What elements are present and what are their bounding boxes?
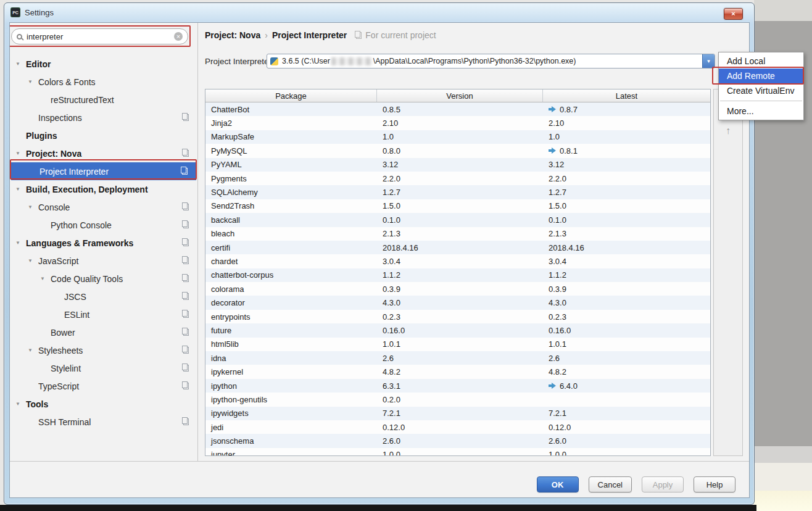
search-icon [17, 34, 22, 39]
sidebar-item-typescript[interactable]: TypeScript [10, 377, 197, 395]
latest-version-text: 1.5.0 [549, 201, 566, 210]
help-button[interactable]: Help [694, 476, 735, 492]
package-row-pygments[interactable]: Pygments 2.2.0 2.2.0 [205, 172, 710, 185]
sidebar-item-plugins[interactable]: Plugins [10, 127, 197, 144]
package-row-colorama[interactable]: colorama 0.3.9 0.3.9 [205, 282, 710, 296]
package-row-sqlalchemy[interactable]: SQLAlchemy 1.2.7 1.2.7 [205, 185, 710, 199]
menu-item-more[interactable]: More... [719, 104, 803, 118]
interpreter-dropdown-button[interactable]: ▼ [702, 54, 715, 68]
package-row-jsonschema[interactable]: jsonschema 2.6.0 2.6.0 [205, 434, 710, 447]
package-version-cell: 0.16.0 [377, 323, 543, 337]
tree-collapse-icon[interactable]: ▼ [15, 61, 20, 67]
tree-collapse-icon[interactable]: ▼ [28, 204, 33, 210]
tree-collapse-icon[interactable]: ▼ [15, 151, 20, 156]
menu-item-add-remote[interactable]: Add Remote [719, 69, 803, 83]
apply-button[interactable]: Apply [642, 476, 684, 492]
package-row-ipywidgets[interactable]: ipywidgets 7.2.1 7.2.1 [205, 407, 710, 420]
package-row-jedi[interactable]: jedi 0.12.0 0.12.0 [205, 420, 710, 434]
sidebar-item-console[interactable]: ▼ Console [10, 198, 197, 216]
sidebar-item-languages-frameworks[interactable]: ▼ Languages & Frameworks [10, 234, 197, 252]
package-row-chardet[interactable]: chardet 3.0.4 3.0.4 [205, 254, 710, 268]
package-row-certifi[interactable]: certifi 2018.4.16 2018.4.16 [205, 241, 710, 254]
package-row-pyyaml[interactable]: PyYAML 3.12 3.12 [205, 158, 710, 172]
sidebar-item-javascript[interactable]: ▼ JavaScript [10, 252, 197, 270]
package-table-body[interactable]: ChatterBot 0.8.5 0.8.7 Jinja2 2.10 2.10 … [205, 102, 710, 456]
column-header-latest[interactable]: Latest [543, 89, 710, 102]
sidebar-item-bower[interactable]: Bower [10, 323, 197, 341]
package-row-decorator[interactable]: decorator 4.3.0 4.3.0 [205, 296, 710, 309]
interpreter-combobox[interactable]: 3.6.5 (C:\User \AppData\Local\Programs\P… [267, 54, 715, 69]
close-button[interactable]: × [724, 8, 743, 20]
breadcrumb-page[interactable]: Project Interpreter [272, 30, 347, 40]
latest-version-text: 2018.4.16 [549, 243, 584, 252]
sidebar-item-inspections[interactable]: Inspections [10, 109, 197, 127]
breadcrumb: Project: Nova › Project Interpreter For … [205, 30, 436, 40]
tree-collapse-icon[interactable]: ▼ [15, 240, 20, 246]
sidebar-item-build-execution-deployment[interactable]: ▼ Build, Execution, Deployment [10, 180, 197, 198]
menu-item-create-virtualenv[interactable]: Create VirtualEnv [719, 83, 803, 98]
package-row-idna[interactable]: idna 2.6 2.6 [205, 351, 710, 365]
package-row-ipython[interactable]: ipython 6.3.1 6.4.0 [205, 379, 710, 393]
package-latest-cell: 1.0.0 [543, 448, 710, 456]
package-row-future[interactable]: future 0.16.0 0.16.0 [205, 323, 710, 337]
page-copy-icon [183, 347, 189, 354]
sidebar-item-jscs[interactable]: JSCS [10, 288, 197, 305]
sidebar-item-stylesheets[interactable]: ▼ Stylesheets [10, 341, 197, 359]
column-header-package[interactable]: Package [205, 89, 377, 102]
package-toolbar: ↑ [713, 89, 743, 456]
package-row-html5lib[interactable]: html5lib 1.0.1 1.0.1 [205, 338, 710, 351]
clear-search-button[interactable]: × [174, 32, 183, 41]
package-row-ipykernel[interactable]: ipykernel 4.8.2 4.8.2 [205, 365, 710, 378]
cancel-button[interactable]: Cancel [589, 476, 632, 492]
sidebar-item-project-interpreter[interactable]: Project Interpreter [11, 162, 196, 180]
sidebar-item-eslint[interactable]: ESLint [10, 305, 197, 323]
package-latest-cell: 0.8.7 [543, 102, 710, 116]
tree-collapse-icon[interactable]: ▼ [15, 186, 20, 192]
tree-collapse-icon[interactable]: ▼ [28, 347, 33, 353]
sidebar-item-ssh-terminal[interactable]: SSH Terminal [10, 413, 197, 431]
package-version-cell: 0.8.0 [377, 144, 543, 157]
search-input[interactable]: interpreter × [11, 28, 188, 44]
tree-collapse-icon[interactable]: ▼ [28, 258, 33, 264]
upgrade-package-button[interactable]: ↑ [714, 125, 742, 136]
sidebar-item-project-nova[interactable]: ▼ Project: Nova [10, 144, 197, 162]
page-copy-icon [183, 150, 189, 157]
sidebar-item-tools[interactable]: ▼ Tools [10, 395, 197, 413]
background-band [754, 446, 812, 463]
package-row-pymysql[interactable]: PyMySQL 0.8.0 0.8.1 [205, 144, 710, 157]
package-row-backcall[interactable]: backcall 0.1.0 0.1.0 [205, 213, 710, 226]
sidebar-item-code-quality-tools[interactable]: ▼ Code Quality Tools [10, 270, 197, 288]
sidebar-item-restructuredtext[interactable]: reStructuredText [10, 91, 197, 109]
sidebar-item-colors-fonts[interactable]: ▼ Colors & Fonts [10, 73, 197, 91]
sidebar-item-label: Build, Execution, Deployment [26, 185, 148, 194]
pycharm-logo-icon: PC [10, 7, 20, 17]
sidebar-item-stylelint[interactable]: Stylelint [10, 359, 197, 377]
tree-collapse-icon[interactable]: ▼ [28, 79, 33, 85]
package-row-send2trash[interactable]: Send2Trash 1.5.0 1.5.0 [205, 199, 710, 213]
package-version-cell: 2.1.3 [377, 227, 543, 241]
sidebar-item-label: Stylelint [51, 364, 81, 373]
ok-button[interactable]: OK [537, 476, 579, 492]
breadcrumb-project[interactable]: Project: Nova [205, 30, 260, 40]
sidebar-item-python-console[interactable]: Python Console [10, 216, 197, 234]
package-row-chatterbot-corpus[interactable]: chatterbot-corpus 1.1.2 1.1.2 [205, 268, 710, 282]
sidebar-item-label: Stylesheets [38, 346, 83, 355]
latest-version-text: 4.8.2 [549, 367, 566, 376]
package-row-jinja2[interactable]: Jinja2 2.10 2.10 [205, 116, 710, 130]
package-row-bleach[interactable]: bleach 2.1.3 2.1.3 [205, 227, 710, 241]
tree-collapse-icon[interactable]: ▼ [40, 276, 45, 281]
title-bar[interactable]: PC Settings [4, 3, 754, 22]
sidebar-item-label: Tools [26, 399, 48, 409]
package-row-entrypoints[interactable]: entrypoints 0.2.3 0.2.3 [205, 310, 710, 323]
package-row-chatterbot[interactable]: ChatterBot 0.8.5 0.8.7 [205, 102, 710, 116]
package-row-jupyter[interactable]: jupyter 1.0.0 1.0.0 [205, 448, 710, 456]
menu-item-add-local[interactable]: Add Local [719, 54, 803, 69]
sidebar-item-editor[interactable]: ▼ Editor [10, 55, 197, 73]
tree-collapse-icon[interactable]: ▼ [15, 401, 20, 407]
column-header-version[interactable]: Version [377, 89, 543, 102]
sidebar-divider [197, 23, 198, 461]
package-row-markupsafe[interactable]: MarkupSafe 1.0 1.0 [205, 130, 710, 144]
package-version-cell: 2.10 [377, 116, 543, 130]
latest-version-text: 0.3.9 [549, 285, 566, 294]
package-row-ipython-genutils[interactable]: ipython-genutils 0.2.0 [205, 393, 710, 406]
